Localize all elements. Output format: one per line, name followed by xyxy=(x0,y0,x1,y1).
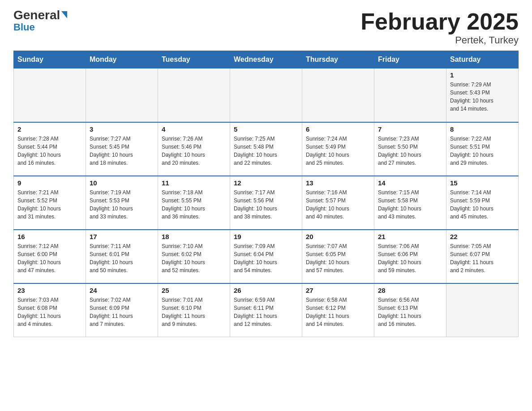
day-number: 5 xyxy=(234,125,298,133)
calendar-cell xyxy=(374,68,446,122)
day-info: Sunrise: 7:22 AMSunset: 5:51 PMDaylight:… xyxy=(450,135,515,167)
calendar-week-row: 16Sunrise: 7:12 AMSunset: 6:00 PMDayligh… xyxy=(14,230,519,283)
calendar-cell: 6Sunrise: 7:24 AMSunset: 5:49 PMDaylight… xyxy=(302,122,374,176)
day-info: Sunrise: 7:28 AMSunset: 5:44 PMDaylight:… xyxy=(17,135,82,167)
calendar-cell: 3Sunrise: 7:27 AMSunset: 5:45 PMDaylight… xyxy=(86,122,158,176)
day-number: 25 xyxy=(162,287,226,294)
calendar-cell: 1Sunrise: 7:29 AMSunset: 5:43 PMDaylight… xyxy=(446,68,519,122)
page-header: General Blue February 2025 Pertek, Turke… xyxy=(13,9,519,46)
day-number: 20 xyxy=(306,233,370,240)
day-info: Sunrise: 6:59 AMSunset: 6:11 PMDaylight:… xyxy=(234,296,298,328)
day-number: 28 xyxy=(378,287,442,294)
calendar-cell: 2Sunrise: 7:28 AMSunset: 5:44 PMDaylight… xyxy=(14,122,86,176)
day-number: 22 xyxy=(450,233,515,240)
calendar-title: February 2025 xyxy=(360,9,519,34)
day-info: Sunrise: 7:21 AMSunset: 5:52 PMDaylight:… xyxy=(17,188,82,221)
calendar-cell: 26Sunrise: 6:59 AMSunset: 6:11 PMDayligh… xyxy=(230,283,302,337)
logo-blue: Blue xyxy=(13,21,35,33)
day-of-week-tuesday: Tuesday xyxy=(158,51,230,68)
day-number: 26 xyxy=(234,287,298,294)
day-number: 13 xyxy=(306,179,370,187)
calendar-cell: 22Sunrise: 7:05 AMSunset: 6:07 PMDayligh… xyxy=(446,230,519,283)
calendar-subtitle: Pertek, Turkey xyxy=(360,34,519,46)
day-of-week-saturday: Saturday xyxy=(446,51,519,68)
calendar-cell: 12Sunrise: 7:17 AMSunset: 5:56 PMDayligh… xyxy=(230,176,302,230)
calendar-cell: 4Sunrise: 7:26 AMSunset: 5:46 PMDaylight… xyxy=(158,122,230,176)
day-info: Sunrise: 7:25 AMSunset: 5:48 PMDaylight:… xyxy=(234,135,298,167)
calendar-cell: 19Sunrise: 7:09 AMSunset: 6:04 PMDayligh… xyxy=(230,230,302,283)
day-info: Sunrise: 7:02 AMSunset: 6:09 PMDaylight:… xyxy=(90,296,154,328)
day-of-week-thursday: Thursday xyxy=(302,51,374,68)
day-info: Sunrise: 7:11 AMSunset: 6:01 PMDaylight:… xyxy=(90,242,154,274)
calendar-cell: 5Sunrise: 7:25 AMSunset: 5:48 PMDaylight… xyxy=(230,122,302,176)
day-info: Sunrise: 7:16 AMSunset: 5:57 PMDaylight:… xyxy=(306,188,370,221)
day-info: Sunrise: 7:19 AMSunset: 5:53 PMDaylight:… xyxy=(90,188,154,221)
calendar-cell: 17Sunrise: 7:11 AMSunset: 6:01 PMDayligh… xyxy=(86,230,158,283)
day-info: Sunrise: 7:01 AMSunset: 6:10 PMDaylight:… xyxy=(162,296,226,328)
calendar-header-row: SundayMondayTuesdayWednesdayThursdayFrid… xyxy=(14,51,519,68)
day-number: 4 xyxy=(162,125,226,133)
calendar-cell: 20Sunrise: 7:07 AMSunset: 6:05 PMDayligh… xyxy=(302,230,374,283)
calendar-cell xyxy=(158,68,230,122)
day-info: Sunrise: 7:03 AMSunset: 6:08 PMDaylight:… xyxy=(17,296,82,328)
calendar-cell: 15Sunrise: 7:14 AMSunset: 5:59 PMDayligh… xyxy=(446,176,519,230)
calendar-table: SundayMondayTuesdayWednesdayThursdayFrid… xyxy=(13,51,519,337)
calendar-cell: 16Sunrise: 7:12 AMSunset: 6:00 PMDayligh… xyxy=(14,230,86,283)
day-number: 6 xyxy=(306,125,370,133)
day-info: Sunrise: 6:56 AMSunset: 6:13 PMDaylight:… xyxy=(378,296,442,328)
calendar-cell: 25Sunrise: 7:01 AMSunset: 6:10 PMDayligh… xyxy=(158,283,230,337)
day-of-week-friday: Friday xyxy=(374,51,446,68)
calendar-cell: 11Sunrise: 7:18 AMSunset: 5:55 PMDayligh… xyxy=(158,176,230,230)
calendar-cell: 14Sunrise: 7:15 AMSunset: 5:58 PMDayligh… xyxy=(374,176,446,230)
day-number: 19 xyxy=(234,233,298,240)
day-info: Sunrise: 7:29 AMSunset: 5:43 PMDaylight:… xyxy=(450,81,515,113)
day-of-week-wednesday: Wednesday xyxy=(230,51,302,68)
day-info: Sunrise: 6:58 AMSunset: 6:12 PMDaylight:… xyxy=(306,296,370,328)
calendar-cell: 18Sunrise: 7:10 AMSunset: 6:02 PMDayligh… xyxy=(158,230,230,283)
day-number: 18 xyxy=(162,233,226,240)
calendar-cell: 28Sunrise: 6:56 AMSunset: 6:13 PMDayligh… xyxy=(374,283,446,337)
logo-name: General xyxy=(13,9,67,21)
day-number: 27 xyxy=(306,287,370,294)
day-number: 23 xyxy=(17,287,82,294)
day-info: Sunrise: 7:14 AMSunset: 5:59 PMDaylight:… xyxy=(450,188,515,221)
calendar-cell: 21Sunrise: 7:06 AMSunset: 6:06 PMDayligh… xyxy=(374,230,446,283)
day-info: Sunrise: 7:12 AMSunset: 6:00 PMDaylight:… xyxy=(17,242,82,274)
day-info: Sunrise: 7:23 AMSunset: 5:50 PMDaylight:… xyxy=(378,135,442,167)
day-number: 21 xyxy=(378,233,442,240)
day-info: Sunrise: 7:09 AMSunset: 6:04 PMDaylight:… xyxy=(234,242,298,274)
calendar-cell: 10Sunrise: 7:19 AMSunset: 5:53 PMDayligh… xyxy=(86,176,158,230)
day-info: Sunrise: 7:18 AMSunset: 5:55 PMDaylight:… xyxy=(162,188,226,221)
calendar-week-row: 23Sunrise: 7:03 AMSunset: 6:08 PMDayligh… xyxy=(14,283,519,337)
day-number: 15 xyxy=(450,179,515,187)
calendar-cell: 23Sunrise: 7:03 AMSunset: 6:08 PMDayligh… xyxy=(14,283,86,337)
day-number: 8 xyxy=(450,125,515,133)
calendar-cell: 24Sunrise: 7:02 AMSunset: 6:09 PMDayligh… xyxy=(86,283,158,337)
day-info: Sunrise: 7:05 AMSunset: 6:07 PMDaylight:… xyxy=(450,242,515,274)
calendar-cell: 13Sunrise: 7:16 AMSunset: 5:57 PMDayligh… xyxy=(302,176,374,230)
calendar-week-row: 9Sunrise: 7:21 AMSunset: 5:52 PMDaylight… xyxy=(14,176,519,230)
day-number: 9 xyxy=(17,179,82,187)
calendar-cell: 27Sunrise: 6:58 AMSunset: 6:12 PMDayligh… xyxy=(302,283,374,337)
calendar-cell: 8Sunrise: 7:22 AMSunset: 5:51 PMDaylight… xyxy=(446,122,519,176)
day-number: 7 xyxy=(378,125,442,133)
day-number: 11 xyxy=(162,179,226,187)
day-number: 2 xyxy=(17,125,82,133)
day-info: Sunrise: 7:27 AMSunset: 5:45 PMDaylight:… xyxy=(90,135,154,167)
calendar-cell xyxy=(86,68,158,122)
calendar-cell xyxy=(14,68,86,122)
day-number: 24 xyxy=(90,287,154,294)
calendar-cell xyxy=(302,68,374,122)
day-info: Sunrise: 7:15 AMSunset: 5:58 PMDaylight:… xyxy=(378,188,442,221)
calendar-week-row: 1Sunrise: 7:29 AMSunset: 5:43 PMDaylight… xyxy=(14,68,519,122)
day-info: Sunrise: 7:17 AMSunset: 5:56 PMDaylight:… xyxy=(234,188,298,221)
day-info: Sunrise: 7:07 AMSunset: 6:05 PMDaylight:… xyxy=(306,242,370,274)
day-number: 16 xyxy=(17,233,82,240)
calendar-cell: 7Sunrise: 7:23 AMSunset: 5:50 PMDaylight… xyxy=(374,122,446,176)
calendar-title-area: February 2025 Pertek, Turkey xyxy=(360,9,519,46)
day-number: 10 xyxy=(90,179,154,187)
day-info: Sunrise: 7:06 AMSunset: 6:06 PMDaylight:… xyxy=(378,242,442,274)
calendar-cell xyxy=(230,68,302,122)
day-number: 14 xyxy=(378,179,442,187)
calendar-cell: 9Sunrise: 7:21 AMSunset: 5:52 PMDaylight… xyxy=(14,176,86,230)
